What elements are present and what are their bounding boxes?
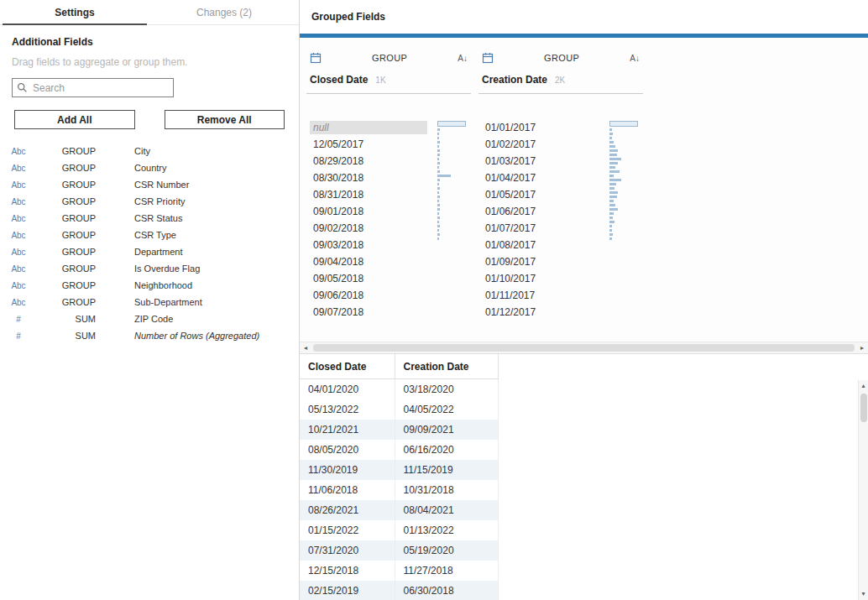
table-row[interactable]: 04/01/202003/18/2020 [300, 379, 498, 400]
histogram-bar [437, 204, 440, 206]
scroll-down-icon[interactable]: ▾ [859, 588, 868, 600]
scroll-left-icon[interactable]: ◂ [300, 342, 311, 353]
histogram-bar [437, 162, 440, 164]
field-row[interactable]: AbcGROUPCSR Number [0, 176, 299, 193]
value-row[interactable]: 01/03/2017 [482, 153, 609, 170]
grouped-fields-header: Grouped Fields [300, 0, 868, 34]
histogram-bar [437, 229, 439, 232]
histogram-bar [609, 133, 613, 135]
value-row[interactable]: 09/03/2018 [310, 237, 437, 253]
value-row[interactable]: 09/04/2018 [310, 253, 437, 270]
value-row[interactable]: 01/07/2017 [482, 220, 609, 237]
value-row[interactable]: 01/01/2017 [482, 119, 609, 136]
remove-all-button[interactable]: Remove All [165, 110, 285, 129]
table-row[interactable]: 08/26/202108/04/2021 [300, 500, 498, 520]
add-all-button[interactable]: Add All [14, 110, 135, 129]
field-aggregation: SUM [37, 314, 96, 324]
value-label: 01/11/2017 [482, 289, 538, 302]
scroll-up-icon[interactable]: ▴ [859, 380, 868, 392]
group-value-count: 2K [555, 76, 565, 85]
field-row[interactable]: AbcGROUPNeighborhood [0, 277, 299, 294]
histogram-bar [437, 137, 439, 139]
tab-settings[interactable]: Settings [0, 0, 149, 24]
field-row[interactable]: AbcGROUPCSR Status [0, 210, 299, 227]
value-list: 01/01/201701/02/201701/03/201701/04/2017… [482, 119, 609, 321]
table-row[interactable]: 02/15/201906/30/2018 [300, 581, 498, 600]
histogram-bar [609, 158, 621, 160]
value-label: 09/02/2018 [310, 222, 367, 235]
field-row[interactable]: AbcGROUPCSR Priority [0, 193, 299, 210]
histogram-bar [437, 145, 439, 148]
histogram-bar [437, 200, 439, 202]
table-cell: 07/31/2020 [300, 540, 395, 561]
field-name: City [96, 146, 299, 156]
scroll-right-icon[interactable]: ▸ [856, 342, 868, 353]
group-field-name: Closed Date [310, 74, 368, 86]
value-label: 08/29/2018 [310, 154, 367, 168]
histogram-bar [437, 166, 439, 169]
histogram-bar [609, 204, 615, 206]
histogram-bar [609, 221, 614, 223]
table-row[interactable]: 05/13/202204/05/2022 [300, 399, 498, 420]
value-row[interactable]: 09/01/2018 [310, 203, 437, 220]
sort-icon[interactable]: A↓ [630, 54, 640, 63]
search-input[interactable] [13, 79, 173, 97]
table-cell: 11/06/2018 [300, 480, 395, 500]
value-label: 01/12/2017 [482, 305, 539, 319]
field-row[interactable]: AbcGROUPDepartment [0, 243, 299, 260]
histogram-bar [609, 154, 617, 156]
value-label: 01/02/2017 [482, 138, 539, 151]
table-row[interactable]: 11/30/201911/15/2019 [300, 460, 498, 480]
preview-table: Closed DateCreation Date 04/01/202003/18… [300, 354, 499, 600]
histogram-bar [609, 179, 621, 181]
table-row[interactable]: 08/05/202006/16/2020 [300, 440, 498, 460]
histogram-bar [437, 154, 440, 156]
value-list: null12/05/201708/29/201808/30/201808/31/… [310, 119, 437, 321]
table-column-header[interactable]: Closed Date [300, 354, 395, 379]
value-row[interactable]: 01/02/2017 [482, 136, 609, 153]
value-row[interactable]: null [310, 119, 437, 136]
value-row[interactable]: 08/30/2018 [310, 170, 437, 186]
value-row[interactable]: 09/07/2018 [310, 304, 437, 321]
field-row[interactable]: AbcGROUPIs Overdue Flag [0, 260, 299, 277]
value-row[interactable]: 09/05/2018 [310, 270, 437, 287]
number-type-icon: # [0, 315, 37, 324]
field-row[interactable]: #SUMZIP Code [0, 310, 299, 327]
value-row[interactable]: 01/11/2017 [482, 287, 609, 304]
table-column-header[interactable]: Creation Date [395, 354, 498, 379]
histogram-bar [437, 170, 440, 173]
value-row[interactable]: 09/02/2018 [310, 220, 437, 237]
value-row[interactable]: 08/31/2018 [310, 186, 437, 203]
value-row[interactable]: 01/10/2017 [482, 270, 609, 287]
text-type-icon: Abc [0, 248, 37, 257]
field-row[interactable]: AbcGROUPCountry [0, 159, 299, 176]
tab-changes[interactable]: Changes (2) [149, 0, 299, 24]
table-cell: 06/30/2018 [395, 581, 498, 600]
table-row[interactable]: 01/15/202201/13/2022 [300, 520, 498, 540]
table-cell: 08/05/2020 [300, 440, 395, 460]
histogram-bar [609, 175, 614, 177]
field-name: Sub-Department [96, 297, 299, 307]
field-row[interactable]: AbcGROUPCity [0, 143, 299, 159]
value-row[interactable]: 01/04/2017 [482, 170, 609, 186]
value-row[interactable]: 09/06/2018 [310, 287, 437, 304]
value-row[interactable]: 08/29/2018 [310, 153, 437, 170]
table-row[interactable]: 12/15/201811/27/2018 [300, 561, 498, 581]
field-row[interactable]: AbcGROUPSub-Department [0, 294, 299, 310]
value-row[interactable]: 01/08/2017 [482, 237, 609, 253]
sort-icon[interactable]: A↓ [458, 54, 468, 63]
table-cell: 08/26/2021 [300, 500, 395, 520]
value-row[interactable]: 01/05/2017 [482, 186, 609, 203]
table-row[interactable]: 07/31/202005/19/2020 [300, 540, 498, 561]
table-cell: 01/15/2022 [300, 520, 395, 540]
table-row[interactable]: 10/21/202109/09/2021 [300, 420, 498, 440]
value-row[interactable]: 01/09/2017 [482, 253, 609, 270]
field-row[interactable]: #SUMNumber of Rows (Aggregated) [0, 327, 299, 344]
field-row[interactable]: AbcGROUPCSR Type [0, 227, 299, 243]
table-row[interactable]: 11/06/201810/31/2018 [300, 480, 498, 500]
vertical-scrollbar-thumb[interactable] [860, 394, 867, 422]
value-row[interactable]: 12/05/2017 [310, 136, 437, 153]
horizontal-scrollbar-thumb[interactable] [313, 344, 855, 352]
value-row[interactable]: 01/06/2017 [482, 203, 609, 220]
value-row[interactable]: 01/12/2017 [482, 304, 609, 321]
